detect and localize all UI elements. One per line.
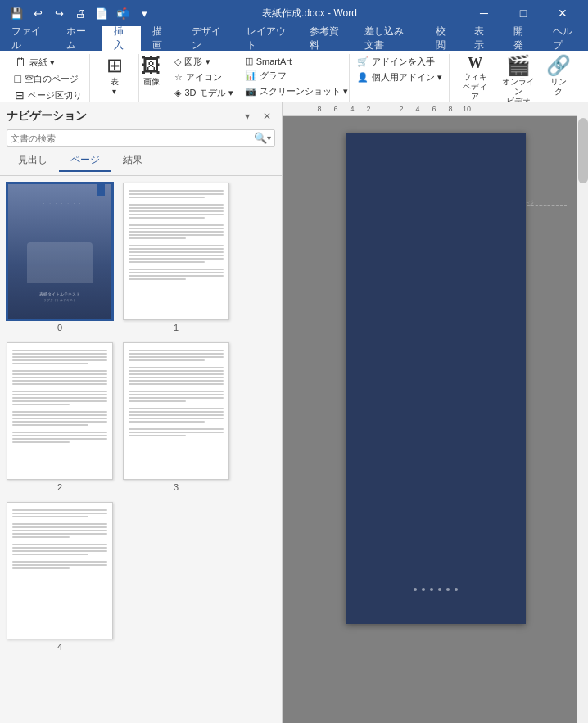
wiki-label: ウィキペディア [461,72,489,102]
tab-results[interactable]: 結果 [111,150,154,172]
page-0-label: 0 [57,323,62,332]
shape-icon: ◇ [174,56,181,67]
print-button[interactable]: 🖨 [70,3,90,23]
tab-draw[interactable]: 描画 [141,26,180,51]
cover-page-preview: · · · · · · · · 表紙タイトルテキスト サブタイトルテキスト [8,184,111,319]
qat-dropdown[interactable]: ▾ [134,3,154,23]
vertical-scrollbar[interactable] [577,102,588,723]
tab-review[interactable]: 校閲 [424,26,464,51]
ruler-track: 8 6 4 2 2 4 6 8 10 [311,102,588,115]
window-title: 表紙作成.docx - Word [154,7,465,20]
tab-view[interactable]: 表示 [463,26,502,51]
page-break-button[interactable]: ⊟ ページ区切り [10,87,87,103]
image-label: 画像 [143,77,160,87]
3dmodel-button[interactable]: ◈ 3D モデル ▾ [170,85,237,101]
page-thumb-4[interactable] [7,502,113,639]
ribbon-tabs: ファイル ホーム 挿入 描画 デザイン レイアウト 参考資料 差し込み文書 校閲… [0,26,588,51]
tab-references[interactable]: 参考資料 [298,26,353,51]
tab-developer[interactable]: 開発 [502,26,541,51]
document-page[interactable] [346,133,526,624]
document-area: 8 6 4 2 2 4 6 8 10 改ページ ……… [283,102,588,723]
page-thumb-2[interactable] [7,342,113,480]
group-table-items: ⊞ 表▾ [98,54,131,103]
minimize-button[interactable]: ─ [465,0,503,26]
qat-buttons: 💾 ↩ ↪ 🖨 📄 📬 ▾ [7,3,154,23]
page-buttons-col: 🗒 表紙 ▾ □ 空白のページ ⊟ ページ区切り [10,54,87,103]
nav-tabs: 見出し ページ 結果 [7,150,275,172]
bookmark-flag [97,184,105,196]
save-button[interactable]: 💾 [7,3,26,23]
icons-button[interactable]: ☆ アイコン [170,70,237,85]
cover-text-line2: サブタイトルテキスト [43,298,76,302]
page-1-label: 1 [174,323,179,332]
table-icon: ⊞ [106,56,123,75]
redo-button[interactable]: ↪ [49,3,69,23]
ruler-marks: 8 6 4 2 2 4 6 8 10 [311,105,475,113]
page-3-container: 3 [123,342,229,492]
text-page-4-preview [7,503,112,576]
addins-col: 🛒 アドインを入手 👤 個人用アドイン ▾ [352,54,447,85]
page-2-label: 2 [57,482,62,492]
maximize-button[interactable]: □ [504,0,542,26]
tab-file[interactable]: ファイル [0,26,55,51]
tab-headings[interactable]: 見出し [7,150,59,172]
page-3-label: 3 [174,482,179,492]
navigation-panel: ナビゲーション ▾ ✕ 🔍 ▾ 見出し ページ 結果 · · · · · · ·… [0,102,283,723]
tab-insert[interactable]: 挿入 [102,26,142,51]
tab-pages[interactable]: ページ [59,150,111,172]
page-thumb-1[interactable] [123,183,229,320]
tab-home[interactable]: ホーム [55,26,102,51]
personal-addin-button[interactable]: 👤 個人用アドイン ▾ [352,70,447,85]
cover-shape [27,242,93,283]
image-button[interactable]: 🖼 画像 [135,54,168,100]
page-thumb-3[interactable] [123,342,229,480]
link-label: リンク [547,77,570,97]
tab-layout[interactable]: レイアウト [235,26,298,51]
table-button[interactable]: ⊞ 表▾ [98,54,131,100]
smartart-button[interactable]: ◫ SmartArt [240,54,353,68]
tab-mailings[interactable]: 差し込み文書 [353,26,424,51]
quick-access-toolbar: 💾 ↩ ↪ 🖨 📄 📬 ▾ [7,3,154,23]
nav-pin-button[interactable]: ▾ [239,108,256,124]
chart-button[interactable]: 📊 グラフ [240,68,353,84]
screenshot-icon: 📷 [245,86,256,97]
new-button[interactable]: 📄 [92,3,111,23]
undo-button[interactable]: ↩ [28,3,47,23]
page-thumb-0[interactable]: · · · · · · · · 表紙タイトルテキスト サブタイトルテキスト [7,183,113,320]
shapes-button[interactable]: ◇ 図形 ▾ [170,54,237,70]
email-button[interactable]: 📬 [113,3,133,23]
nav-close-button[interactable]: ✕ [259,108,275,124]
cover-page-button[interactable]: 🗒 表紙 ▾ [10,54,87,70]
close-button[interactable]: ✕ [544,0,581,26]
nav-controls: ▾ ✕ [239,108,275,124]
search-input[interactable] [11,133,254,143]
wikipedia-button[interactable]: W ウィキペディア [456,54,494,100]
cover-dots: · · · · · · · · [37,201,82,206]
online-video-button[interactable]: 🎬 オンラインビデオ [495,54,541,100]
blank-page-button[interactable]: □ 空白のページ [10,70,87,87]
search-dropdown[interactable]: ▾ [267,133,271,142]
page-4-label: 4 [57,642,62,652]
group-media-items: W ウィキペディア 🎬 オンラインビデオ 🔗 リンク [456,54,575,103]
cover-bottom-dots [414,588,458,591]
search-icon[interactable]: 🔍 [254,132,267,144]
scrollbar-thumb[interactable] [578,118,588,183]
nav-title-row: ナビゲーション ▾ ✕ [7,108,275,124]
video-icon: 🎬 [506,56,531,75]
document-scroll[interactable]: 改ページ ……… [283,116,588,723]
ruler: 8 6 4 2 2 4 6 8 10 [283,102,588,116]
wiki-icon: W [468,56,482,70]
get-addin-button[interactable]: 🛒 アドインを入手 [352,54,447,70]
tab-help[interactable]: ヘルプ [541,26,588,51]
tab-design[interactable]: デザイン [180,26,235,51]
text-page-2-preview [7,343,112,450]
chart-icon: 📊 [245,70,256,81]
nav-search-box[interactable]: 🔍 ▾ [7,129,275,147]
page-0-container: · · · · · · · · 表紙タイトルテキスト サブタイトルテキスト 0 [7,183,113,332]
page-1-container: 1 [123,183,229,332]
page-2-container: 2 [7,342,113,492]
link-button[interactable]: 🔗 リンク [542,54,575,100]
break-icon: ⊟ [15,88,25,102]
screenshot-button[interactable]: 📷 スクリーンショット ▾ [240,84,353,99]
text-page-1-preview [124,183,228,287]
